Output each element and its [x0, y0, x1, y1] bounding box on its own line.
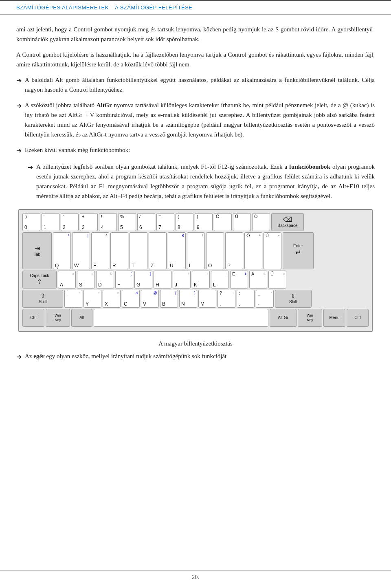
key-2: " 2: [61, 213, 79, 231]
key-o: O: [206, 232, 224, 269]
key-period: : .: [237, 290, 255, 308]
key-win-left: WinKey: [46, 309, 70, 327]
key-altgr: Alt Gr: [270, 309, 297, 327]
key-z: Z: [149, 232, 167, 269]
key-caps-lock: Caps Lock ⇪: [22, 271, 57, 288]
key-r: R: [110, 232, 128, 269]
main-content: ami azt jelenti, hogy a Control gombot n…: [0, 24, 391, 362]
key-l: L l: [211, 271, 229, 288]
keyboard-row-4: ⇧ Shift Í < Y > X #: [22, 290, 369, 308]
key-d: D D: [96, 271, 114, 288]
paragraph-1: ami azt jelenti, hogy a Control gombot n…: [16, 24, 375, 44]
key-shift-left: ⇧ Shift: [22, 290, 63, 308]
page-container: SZÁMÍTÓGÉPES ALAPISMERETEK – A SZÁMÍTÓGÉ…: [0, 0, 391, 588]
keyboard-row-5: Ctrl WinKey Alt Alt Gr WinKey Menu: [22, 309, 369, 327]
bullet-altgr: ➔ A szóköztől jobbra található AltGr nyo…: [16, 100, 375, 139]
bullet-func-intro-text: Ezeken kívül vannak még funkcióbombok:: [25, 145, 375, 155]
bullet-mouse-text: Az egér egy olyan eszköz, mellyel irányí…: [25, 351, 375, 361]
key-section: § 0: [22, 213, 40, 231]
key-s: S d: [77, 271, 95, 288]
key-h: H: [154, 271, 171, 288]
bullet-func-detail-text: A billentyűzet legfelső sorában olyan go…: [36, 162, 375, 201]
key-comma: ? , ;: [217, 290, 235, 308]
arrow-icon-altgr: ➔: [16, 101, 22, 111]
bullet-func-detail: ➔ A billentyűzet legfelső sorában olyan …: [28, 162, 375, 201]
paragraph-2: A Control gombot kijelölésre is használh…: [16, 50, 375, 69]
key-ő: Ő ÷: [244, 232, 262, 269]
key-p: P: [225, 232, 243, 269]
key-7: = 7: [156, 213, 174, 231]
key-enter: Enter ↵: [283, 232, 314, 269]
key-ctrl-right: Ctrl: [347, 309, 369, 327]
page-header: SZÁMÍTÓGÉPES ALAPISMERETEK – A SZÁMÍTÓGÉ…: [0, 0, 391, 15]
arrow-icon-func: ➔: [16, 145, 22, 156]
bullet-mouse: ➔ Az egér egy olyan eszköz, mellyel irán…: [16, 351, 375, 362]
key-dash: _ - *: [256, 290, 274, 308]
key-1: ' 1: [42, 213, 59, 231]
keyboard-caption: A magyar billentyűzetkiosztás: [16, 340, 375, 347]
key-y: Y >: [83, 290, 101, 308]
key-4: ! 4: [99, 213, 117, 231]
key-9: ) 9: [195, 213, 213, 231]
key-b: B {: [160, 290, 178, 308]
key-3: + 3: [80, 213, 98, 231]
key-ű: Ű o: [268, 271, 286, 288]
key-8: ( 8: [176, 213, 193, 231]
bullet-alt: ➔ A baloldali Alt gomb általában funkció…: [16, 75, 375, 95]
arrow-icon-mouse: ➔: [16, 352, 22, 362]
key-shift-right: ⇧ Shift: [275, 290, 312, 308]
page-header-title: SZÁMÍTÓGÉPES ALAPISMERETEK – A SZÁMÍTÓGÉ…: [16, 4, 193, 11]
key-6: / 6: [137, 213, 155, 231]
keyboard-row-2: ⇥ Tab Q \ W | E Á: [22, 232, 369, 269]
key-j: J í: [173, 271, 191, 288]
key-ó: Ó: [252, 213, 270, 231]
key-ctrl-left: Ctrl: [22, 309, 44, 327]
key-m: M: [198, 290, 216, 308]
key-ö: Ö: [214, 213, 232, 231]
key-tab: ⇥ Tab: [22, 232, 52, 269]
key-t: T: [130, 232, 147, 269]
key-f: F [: [115, 271, 133, 288]
key-i: I Í: [187, 232, 205, 269]
page-footer: 20.: [0, 570, 391, 581]
bullet-altgr-text: A szóköztől jobbra található AltGr nyomv…: [25, 100, 375, 139]
key-a: A á: [58, 271, 76, 288]
key-ü: Ü: [233, 213, 251, 231]
key-menu: Menu: [323, 309, 345, 327]
key-backspace: ⌫ Backspace: [271, 213, 304, 231]
bullet-func-intro: ➔ Ezeken kívül vannak még funkcióbombok:: [16, 145, 375, 156]
key-c: C &: [122, 290, 140, 308]
keyboard-row-3: Caps Lock ⇪ A á S d D D: [22, 271, 369, 288]
key-v: V @: [141, 290, 159, 308]
key-á: Á ß: [249, 271, 267, 288]
key-space: [94, 309, 268, 327]
arrow-icon-func-detail: ➔: [28, 162, 33, 173]
key-é: É $: [230, 271, 248, 288]
keyboard-diagram: § 0 ' 1 " 2 + 3 ! 4: [18, 209, 373, 332]
key-win-right: WinKey: [298, 309, 322, 327]
page-number: 20.: [192, 574, 199, 580]
arrow-icon-alt: ➔: [16, 75, 22, 86]
key-5: % 5: [118, 213, 136, 231]
bullet-alt-text: A baloldali Alt gomb általában funkcióbi…: [25, 75, 375, 95]
key-x: X #: [103, 290, 121, 308]
key-u: U €: [168, 232, 186, 269]
keyboard-row-1: § 0 ' 1 " 2 + 3 ! 4: [22, 213, 369, 231]
key-q: Q \: [53, 232, 71, 269]
key-ú: Ú ×: [264, 232, 281, 269]
key-n: N }: [179, 290, 197, 308]
key-g: G ]: [134, 271, 152, 288]
key-e: E Á: [91, 232, 109, 269]
key-w: W |: [72, 232, 90, 269]
key-í: Í <: [64, 290, 82, 308]
key-alt-left: Alt: [71, 309, 92, 327]
key-k: K l: [192, 271, 210, 288]
